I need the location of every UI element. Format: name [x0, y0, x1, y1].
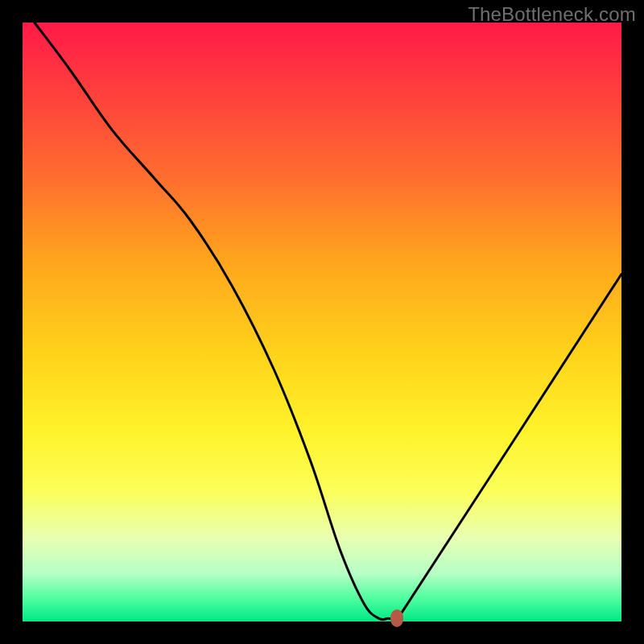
- bottleneck-curve-path: [35, 23, 621, 644]
- plot-area: [23, 23, 621, 621]
- chart-frame: TheBottleneck.com: [0, 0, 644, 644]
- curve-svg: [23, 23, 621, 621]
- optimal-point-marker: [390, 609, 403, 627]
